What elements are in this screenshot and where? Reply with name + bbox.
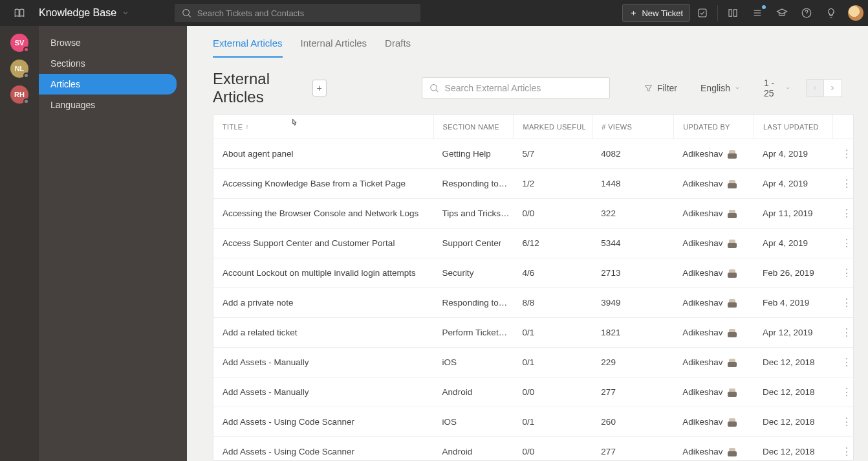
chevron-down-icon <box>734 85 741 91</box>
lightbulb-icon <box>825 7 837 19</box>
row-actions-button[interactable]: ⋮ <box>841 237 844 249</box>
filter-label: Filter <box>657 83 677 93</box>
language-selector[interactable]: English <box>700 83 741 93</box>
profile-menu[interactable] <box>843 0 868 26</box>
sidebar-item-articles[interactable]: Articles <box>39 74 177 95</box>
cell-views: 1821 <box>592 328 673 337</box>
table-row[interactable]: Access Support Center and Customer Porta… <box>213 229 853 258</box>
row-actions-button[interactable]: ⋮ <box>841 207 844 219</box>
add-article-button[interactable]: + <box>312 80 327 96</box>
theme-icon-button[interactable] <box>819 0 843 26</box>
row-actions-button[interactable]: ⋮ <box>841 386 844 398</box>
row-actions-button[interactable]: ⋮ <box>841 148 844 160</box>
help-icon <box>801 7 812 19</box>
row-actions-button[interactable]: ⋮ <box>841 267 844 279</box>
module-title[interactable]: Knowledge Base <box>39 7 168 19</box>
graduation-cap-icon <box>776 7 788 19</box>
tab-internal-articles[interactable]: Internal Articles <box>301 38 367 58</box>
cell-title: Add a related ticket <box>213 328 433 337</box>
sort-asc-icon: ↑ <box>245 123 248 130</box>
cell-views: 1448 <box>592 179 673 188</box>
cake-icon <box>727 357 737 368</box>
row-actions-button[interactable]: ⋮ <box>841 416 844 428</box>
global-search-input[interactable] <box>197 8 414 18</box>
cell-title: Add Assets - Using Code Scanner <box>213 447 433 456</box>
cake-icon <box>727 179 737 189</box>
presence-nl[interactable]: NL <box>10 60 28 78</box>
tickets-icon-button[interactable] <box>745 0 770 26</box>
cake-icon <box>727 447 737 457</box>
sidebar-item-sections[interactable]: Sections <box>39 53 177 74</box>
cell-section: Responding to… <box>433 179 514 188</box>
book-icon <box>14 7 25 19</box>
row-actions-button[interactable]: ⋮ <box>841 177 844 190</box>
kb-icon-button[interactable] <box>721 0 745 26</box>
main-content: External ArticlesInternal ArticlesDrafts… <box>187 26 868 461</box>
open-book-icon <box>727 7 739 19</box>
col-last-updated[interactable]: LAST UPDATED <box>754 115 832 139</box>
cell-title: Account Lockout on multiple invalid logi… <box>213 268 433 278</box>
table-row[interactable]: Add Assets - ManuallyiOS0/1229AdikeshavD… <box>213 348 853 377</box>
cell-last-updated: Feb 4, 2019 <box>754 298 832 308</box>
filter-button[interactable]: Filter <box>644 83 677 93</box>
row-actions-button[interactable]: ⋮ <box>841 297 844 309</box>
cell-last-updated: Apr 12, 2019 <box>754 328 832 337</box>
help-icon-button[interactable] <box>794 0 819 26</box>
tab-external-articles[interactable]: External Articles <box>213 38 283 58</box>
sidebar-item-languages[interactable]: Languages <box>39 95 177 115</box>
table-row[interactable]: Add a private noteResponding to…8/83949A… <box>213 288 853 318</box>
row-actions-button[interactable]: ⋮ <box>841 445 844 458</box>
tab-drafts[interactable]: Drafts <box>385 38 411 58</box>
page-title: External Articles <box>213 70 305 106</box>
cell-useful: 1/2 <box>513 179 592 188</box>
cell-title: Add Assets - Manually <box>213 357 433 367</box>
col-title[interactable]: TITLE↑ <box>213 115 433 139</box>
module-title-text: Knowledge Base <box>39 7 116 19</box>
global-search[interactable] <box>175 4 420 22</box>
table-row[interactable]: Add a related ticketPerform Ticket…0/118… <box>213 318 853 348</box>
col-views[interactable]: # VIEWS <box>592 115 673 139</box>
cell-views: 229 <box>592 357 673 367</box>
new-ticket-button[interactable]: ＋ New Ticket <box>622 4 690 22</box>
table-row[interactable]: About agent panelGetting Help5/74082Adik… <box>213 139 853 169</box>
cell-views: 4082 <box>592 149 673 159</box>
table-row[interactable]: Accessing the Browser Console and Networ… <box>213 199 853 229</box>
cell-updated-by: Adikeshav <box>673 179 754 189</box>
articles-search[interactable] <box>422 77 610 99</box>
table-row[interactable]: Add Assets - ManuallyAndroid0/0277Adikes… <box>213 377 853 407</box>
chevron-right-icon <box>829 84 836 92</box>
col-actions <box>832 115 853 139</box>
cell-useful: 0/1 <box>513 417 592 427</box>
cell-last-updated: Dec 12, 2018 <box>754 387 832 397</box>
cell-section: Getting Help <box>433 149 514 159</box>
row-actions-button[interactable]: ⋮ <box>841 356 844 368</box>
sidebar-item-browse[interactable]: Browse <box>39 32 177 53</box>
approve-icon-button[interactable] <box>690 0 715 26</box>
table-row[interactable]: Accessing Knowledge Base from a Ticket P… <box>213 169 853 199</box>
search-icon <box>181 7 192 19</box>
svg-point-3 <box>431 85 437 91</box>
content-tabs: External ArticlesInternal ArticlesDrafts <box>187 26 868 58</box>
pager-next-button[interactable] <box>824 79 842 97</box>
table-row[interactable]: Add Assets - Using Code ScannerAndroid0/… <box>213 437 853 461</box>
col-useful[interactable]: MARKED USEFUL <box>513 115 592 139</box>
articles-table: TITLE↑ SECTION NAME MARKED USEFUL # VIEW… <box>213 114 854 461</box>
cell-title: Accessing the Browser Console and Networ… <box>213 208 433 218</box>
module-icon[interactable] <box>0 0 39 26</box>
table-row[interactable]: Account Lockout on multiple invalid logi… <box>213 258 853 288</box>
cell-title: About agent panel <box>213 149 433 159</box>
col-updated-by[interactable]: UPDATED BY <box>673 115 754 139</box>
presence-sv[interactable]: SV <box>10 34 28 52</box>
check-square-icon <box>697 7 708 19</box>
pager-range[interactable]: 1 - 25 <box>764 78 790 98</box>
cell-useful: 0/1 <box>513 328 592 337</box>
academy-icon-button[interactable] <box>770 0 794 26</box>
articles-search-input[interactable] <box>445 83 603 93</box>
presence-rh[interactable]: RH <box>10 85 28 104</box>
pager-prev-button <box>806 79 824 97</box>
col-section[interactable]: SECTION NAME <box>433 115 514 139</box>
row-actions-button[interactable]: ⋮ <box>841 326 844 339</box>
table-row[interactable]: Add Assets - Using Code ScanneriOS0/1260… <box>213 407 853 437</box>
cell-section: Perform Ticket… <box>433 328 514 337</box>
cell-last-updated: Dec 12, 2018 <box>754 417 832 427</box>
